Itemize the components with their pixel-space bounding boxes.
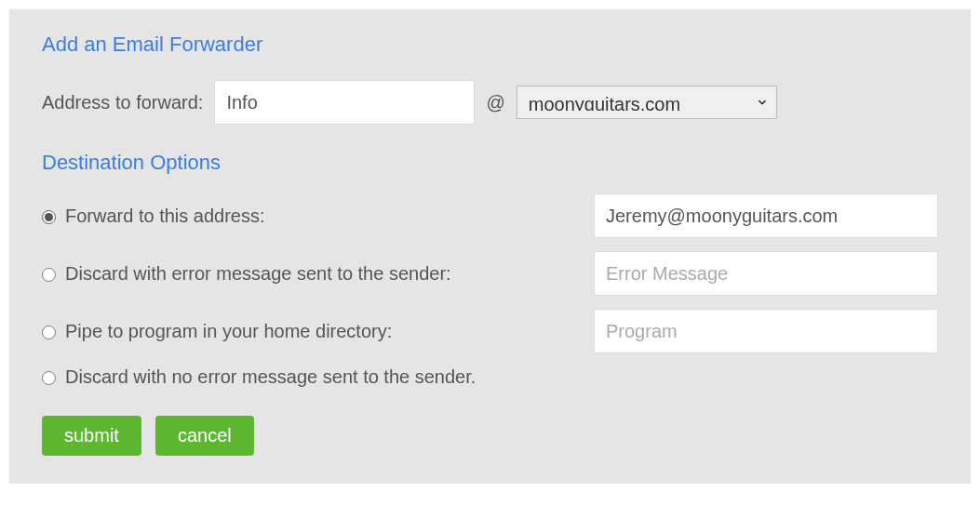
radio-discard-error[interactable] xyxy=(42,268,56,282)
cancel-button[interactable]: cancel xyxy=(155,416,254,456)
at-symbol: @ xyxy=(486,92,504,113)
label-pipe: Pipe to program in your home directory: xyxy=(65,321,392,342)
email-forwarder-panel: Add an Email Forwarder Address to forwar… xyxy=(9,9,971,484)
address-to-forward-label: Address to forward: xyxy=(42,92,203,113)
option-row-discard-error: Discard with error message sent to the s… xyxy=(42,251,938,296)
input-error-message[interactable] xyxy=(594,251,938,296)
label-discard-error: Discard with error message sent to the s… xyxy=(65,263,451,285)
option-row-pipe: Pipe to program in your home directory: xyxy=(42,309,938,353)
section-title-add-forwarder: Add an Email Forwarder xyxy=(42,33,938,57)
label-discard-silent: Discard with no error message sent to th… xyxy=(65,366,476,388)
domain-select[interactable]: moonyguitars.com xyxy=(517,86,777,119)
option-row-forward: Forward to this address: xyxy=(42,193,938,238)
submit-button[interactable]: submit xyxy=(42,416,141,456)
radio-forward[interactable] xyxy=(42,210,56,224)
address-input[interactable] xyxy=(214,80,475,125)
address-row: Address to forward: @ moonyguitars.com xyxy=(42,80,938,125)
radio-discard-silent[interactable] xyxy=(42,371,56,385)
label-forward: Forward to this address: xyxy=(65,206,265,227)
section-title-destination-options: Destination Options xyxy=(42,151,938,175)
input-forward-address[interactable] xyxy=(594,193,938,238)
radio-pipe[interactable] xyxy=(42,326,56,339)
button-row: submit cancel xyxy=(42,416,938,456)
option-row-discard-silent: Discard with no error message sent to th… xyxy=(42,366,938,388)
input-program[interactable] xyxy=(594,309,938,353)
